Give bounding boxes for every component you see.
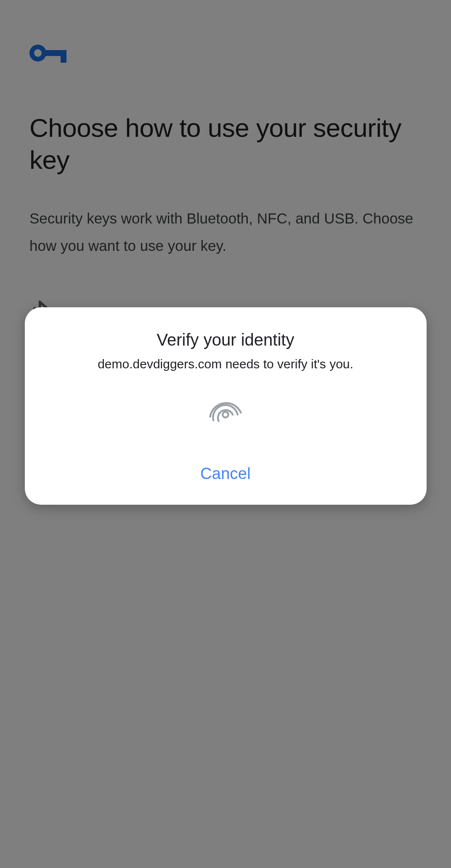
dialog-title: Verify your identity [157,330,294,349]
modal-overlay[interactable]: Verify your identity demo.devdiggers.com… [0,0,451,868]
cancel-button[interactable]: Cancel [192,460,259,488]
svg-point-4 [223,412,228,417]
fingerprint-icon[interactable] [205,394,246,437]
dialog-subtitle: demo.devdiggers.com needs to verify it's… [98,357,353,371]
verify-identity-dialog: Verify your identity demo.devdiggers.com… [25,307,427,505]
